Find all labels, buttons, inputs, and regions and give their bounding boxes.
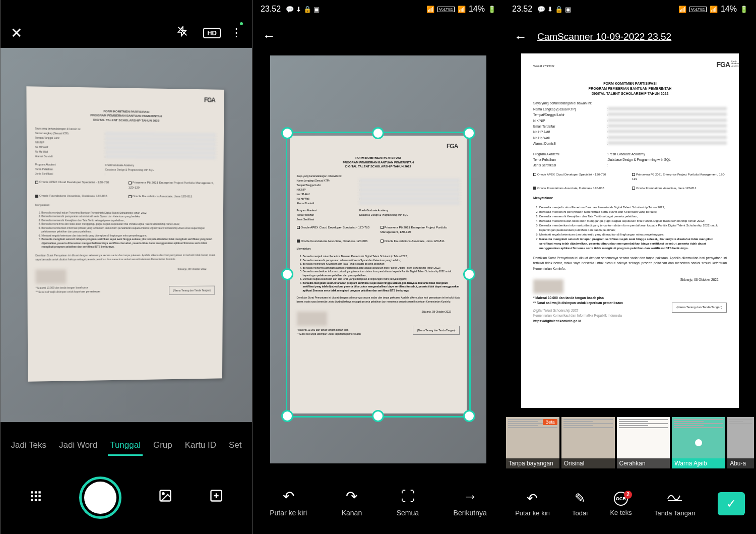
svg-rect-5 — [34, 495, 36, 497]
signal-icon: 📶 — [458, 6, 466, 13]
svg-rect-3 — [38, 491, 40, 493]
mode-jadi-word[interactable]: Jadi Word — [57, 436, 99, 456]
filter-tanpa-bayangan[interactable]: Beta Tanpa bayangan — [506, 417, 559, 468]
signal-icon: 📶 — [710, 6, 718, 13]
crop-handle-tl[interactable] — [281, 127, 293, 139]
volte-badge: VoLTE1 — [689, 7, 707, 12]
mode-jadi-teks[interactable]: Jadi Teks — [9, 436, 48, 456]
todai-button[interactable]: ✎ Todai — [572, 491, 588, 517]
signature-icon — [667, 491, 683, 506]
lock-icon: 🔒 — [303, 6, 311, 13]
status-bar: 23.52 💬 ⬇ 🔒 ▣ 📶 VoLTE1 📶 14% 🔋 — [253, 0, 504, 18]
camera-viewport: FGA FORM KOMITMEN PARTISIPASI PROGRAM PE… — [1, 48, 252, 422]
edit-viewport: Versi #1 27/9/2022 FGA Fresh Graduate Ac… — [521, 53, 739, 408]
wifi-icon: 📶 — [426, 6, 434, 13]
document-in-camera: FGA FORM KOMITMEN PARTISIPASI PROGRAM PE… — [26, 86, 224, 381]
battery-icon: 🔋 — [488, 6, 496, 13]
status-bar: 23.52 💬 ⬇ 🔒 ▣ 📶 VoLTE1 📶 14% 🔋 — [504, 0, 756, 18]
fga-logo: FGA — [204, 96, 215, 103]
back-arrow-icon[interactable]: ← — [514, 29, 527, 45]
camera-toolbar: ✕ HD ⋮ — [1, 23, 252, 43]
filter-orisinal[interactable]: Orisinal — [561, 417, 615, 468]
confirm-button[interactable]: ✓ — [718, 492, 745, 515]
svg-rect-8 — [34, 499, 36, 501]
menu-more-icon[interactable]: ⋮ — [231, 26, 242, 39]
wifi-icon: 📶 — [678, 6, 686, 13]
svg-rect-7 — [31, 499, 33, 501]
camera-bottom-bar — [1, 461, 252, 534]
gallery-icon[interactable] — [158, 489, 172, 506]
rotate-right-button[interactable]: ↷ Kanan — [342, 488, 362, 517]
pencil-icon: ✎ — [575, 491, 586, 506]
battery-icon: 🔋 — [740, 6, 748, 13]
beta-badge: Beta — [543, 419, 557, 425]
lock-icon: 🔒 — [555, 6, 563, 13]
document-in-crop[interactable]: FGA FORM KOMITMEN PARTISIPASI PROGRAM PE… — [290, 136, 467, 413]
active-filter-dot — [695, 439, 702, 446]
crop-handle-mr[interactable] — [463, 268, 475, 280]
edit-panel: 23.52 💬 ⬇ 🔒 ▣ 📶 VoLTE1 📶 14% 🔋 ← CamScan… — [504, 0, 756, 534]
crop-panel: 23.52 💬 ⬇ 🔒 ▣ 📶 VoLTE1 📶 14% 🔋 ← FGA FOR… — [252, 0, 504, 534]
grid-icon[interactable] — [29, 490, 42, 506]
filter-cerahkan[interactable]: Cerahkan — [617, 417, 670, 468]
mode-kartu-id[interactable]: Kartu ID — [183, 436, 218, 456]
download-icon: ⬇ — [296, 6, 301, 13]
mode-set[interactable]: Set — [227, 436, 244, 456]
crop-handle-br[interactable] — [463, 410, 475, 422]
crop-handle-ml[interactable] — [281, 268, 293, 280]
mode-tunggal[interactable]: Tunggal — [108, 436, 143, 456]
crop-frame[interactable] — [286, 132, 471, 417]
expand-icon: ⛶ — [401, 488, 415, 505]
crop-actions-bar: ↶ Putar ke kiri ↷ Kanan ⛶ Semua → Beriku… — [253, 471, 504, 534]
crop-handle-bm[interactable] — [372, 410, 384, 422]
document-title[interactable]: CamScanner 10-09-2022 23.52 — [537, 31, 671, 42]
svg-rect-6 — [38, 495, 40, 497]
filter-strip: Beta Tanpa bayangan Orisinal Cerahkan Wa… — [504, 417, 756, 468]
crop-handle-bl[interactable] — [281, 410, 293, 422]
signature-button[interactable]: Tanda Tangan — [654, 491, 695, 517]
svg-rect-9 — [38, 499, 40, 501]
svg-point-11 — [162, 493, 164, 495]
arrow-right-icon: → — [463, 489, 477, 505]
hd-badge[interactable]: HD — [203, 28, 221, 38]
import-pdf-icon[interactable] — [209, 489, 223, 506]
ocr-button[interactable]: OCR2 Ke teks — [610, 492, 632, 516]
image-icon: ▣ — [565, 6, 571, 13]
crop-handle-tm[interactable] — [372, 127, 384, 139]
crop-handle-tr[interactable] — [463, 127, 475, 139]
svg-rect-4 — [31, 495, 33, 497]
status-time: 23.52 — [512, 5, 532, 14]
check-icon: ✓ — [726, 497, 736, 511]
capture-modes: Jadi Teks Jadi Word Tunggal Grup Kartu I… — [1, 436, 252, 456]
volte-badge: VoLTE1 — [437, 7, 455, 12]
status-time: 23.52 — [261, 5, 281, 14]
crop-viewport: FGA FORM KOMITMEN PARTISIPASI PROGRAM PE… — [270, 55, 486, 463]
shutter-button[interactable] — [79, 477, 121, 519]
battery-percent: 14% — [469, 5, 485, 14]
svg-rect-2 — [34, 491, 36, 493]
ocr-count-badge: 2 — [624, 491, 632, 499]
title-bar: ← CamScanner 10-09-2022 23.52 — [504, 24, 756, 49]
expand-all-button[interactable]: ⛶ Semua — [397, 488, 419, 517]
filter-abu[interactable]: Abu-a — [727, 417, 754, 468]
rotate-left-icon: ↶ — [527, 491, 538, 506]
next-button[interactable]: → Berikutnya — [454, 489, 487, 517]
svg-rect-1 — [31, 491, 33, 493]
mode-grup[interactable]: Grup — [151, 436, 174, 456]
camera-panel: ✕ HD ⋮ FGA FORM KOMITMEN PARTISIPASI PRO… — [0, 0, 252, 534]
battery-percent: 14% — [721, 5, 737, 14]
rotate-left-button[interactable]: ↶ Putar ke kiri — [270, 488, 307, 517]
rotate-right-icon: ↷ — [346, 488, 357, 505]
filter-warna-ajaib[interactable]: Warna Ajaib — [672, 417, 725, 468]
image-icon: ▣ — [313, 6, 320, 13]
edit-actions-bar: ↶ Putar ke kiri ✎ Todai OCR2 Ke teks Tan… — [504, 473, 756, 534]
close-icon[interactable]: ✕ — [11, 25, 22, 41]
back-arrow-icon[interactable]: ← — [263, 28, 276, 44]
rotate-left-button[interactable]: ↶ Putar ke kiri — [515, 491, 550, 517]
download-icon: ⬇ — [547, 6, 553, 13]
rotate-left-icon: ↶ — [283, 488, 294, 505]
chat-icon: 💬 — [286, 6, 294, 13]
chat-icon: 💬 — [537, 6, 545, 13]
document-in-edit: Versi #1 27/9/2022 FGA Fresh Graduate Ac… — [521, 53, 739, 408]
flash-off-icon[interactable] — [177, 26, 188, 40]
